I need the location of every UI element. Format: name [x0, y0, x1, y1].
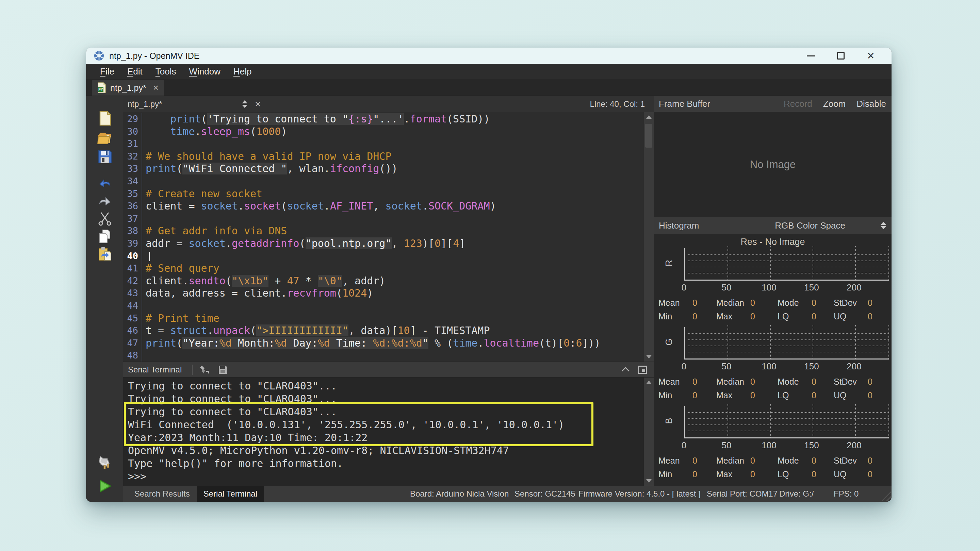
line-number[interactable]: 30 [123, 125, 142, 138]
code-line-42: 42client.sendto("\x1b" + 47 * "\0", addr… [123, 275, 654, 287]
connect-button[interactable] [97, 454, 113, 470]
cut-button[interactable] [97, 210, 113, 227]
line-number[interactable]: 48 [123, 349, 142, 362]
line-number[interactable]: 39 [123, 237, 142, 250]
tab-close-icon[interactable]: × [153, 82, 159, 93]
line-number[interactable]: 47 [123, 337, 142, 349]
menu-edit[interactable]: Edit [121, 65, 148, 78]
terminal-scrollbar[interactable] [644, 378, 654, 486]
clear-terminal-icon[interactable] [199, 365, 210, 375]
code-editor[interactable]: 29 print('Trying to connect to "{:s}"...… [123, 112, 654, 362]
document-selector-bar: ntp_1.py* × Line: 40, Col: 1 [123, 96, 654, 112]
stat-min: Min0 [659, 469, 697, 479]
save-file-button[interactable] [97, 149, 113, 165]
openmv-ide-window: ntp_1.py - OpenMV IDE × FileEditToolsWin… [86, 48, 891, 502]
stat-min: Min0 [659, 391, 697, 400]
start-button[interactable] [97, 478, 113, 494]
code-line-39: 39addr = socket.getaddrinfo("pool.ntp.or… [123, 237, 654, 250]
histogram-title: Histogram [659, 221, 699, 231]
frame-buffer-panel: Frame Buffer RecordZoomDisable No Image … [654, 96, 891, 486]
resize-grip[interactable] [881, 491, 891, 501]
line-number[interactable]: 43 [123, 287, 142, 300]
line-number[interactable]: 44 [123, 300, 142, 312]
zoom-button[interactable]: Zoom [823, 98, 846, 109]
line-number[interactable]: 33 [123, 163, 142, 175]
line-number[interactable]: 40 [123, 250, 142, 263]
scrollbar-thumb[interactable] [645, 124, 652, 148]
stat-median: Median0 [716, 456, 755, 465]
x-tick-label: 200 [844, 361, 864, 372]
maximize-button[interactable] [834, 49, 848, 63]
resolution-label: Res - No Image [654, 237, 891, 247]
maximize-icon [837, 52, 845, 60]
document-close-icon[interactable]: × [255, 98, 261, 110]
open-file-button[interactable] [97, 130, 113, 146]
line-number[interactable]: 35 [123, 188, 142, 200]
line-number[interactable]: 34 [123, 175, 142, 188]
status-tab-search-results[interactable]: Search Results [127, 486, 197, 502]
document-spinner-icon[interactable] [242, 100, 247, 108]
titlebar[interactable]: ntp_1.py - OpenMV IDE × [86, 48, 891, 64]
close-button[interactable]: × [864, 49, 878, 63]
save-terminal-icon[interactable] [218, 365, 228, 375]
line-number[interactable]: 42 [123, 275, 142, 287]
line-number[interactable]: 45 [123, 312, 142, 325]
status-info-5: FPS: 0 [834, 486, 859, 502]
x-tick-label: 0 [674, 440, 694, 451]
detach-terminal-icon[interactable] [638, 366, 647, 374]
line-number[interactable]: 37 [123, 213, 142, 225]
line-number[interactable]: 29 [123, 113, 142, 125]
line-number[interactable]: 31 [123, 138, 142, 150]
stat-stdev: StDev0 [834, 377, 872, 387]
menu-tools[interactable]: Tools [150, 65, 182, 78]
document-selector[interactable]: ntp_1.py* [127, 99, 242, 109]
colorspace-spinner-icon[interactable] [881, 222, 886, 229]
status-info-0: Board: Arduino Nicla Vision [410, 486, 509, 502]
undo-button[interactable] [97, 174, 113, 191]
new-file-button[interactable] [97, 110, 113, 127]
stat-lq: LQ0 [778, 311, 816, 321]
scroll-down-icon[interactable] [646, 355, 652, 359]
menu-help[interactable]: Help [228, 65, 257, 78]
serial-terminal-header: Serial Terminal [123, 362, 654, 378]
histogram-chart [684, 406, 889, 438]
redo-button[interactable] [97, 192, 113, 208]
stat-median: Median0 [716, 298, 755, 308]
stat-median: Median0 [716, 377, 755, 387]
tab-ntp1[interactable]: PY ntp_1.py* × [92, 80, 164, 95]
editor-scrollbar[interactable] [644, 112, 654, 362]
scroll-down-icon[interactable] [646, 479, 652, 483]
line-number[interactable]: 41 [123, 262, 142, 275]
line-number[interactable]: 36 [123, 200, 142, 213]
stat-lq: LQ0 [778, 469, 816, 479]
paste-button[interactable] [97, 246, 113, 262]
line-number[interactable]: 46 [123, 324, 142, 337]
channel-axis-label: B [664, 414, 675, 428]
scroll-up-icon[interactable] [646, 381, 652, 384]
x-tick-label: 150 [801, 361, 822, 372]
status-info-3: Serial Port: COM17 [707, 486, 778, 502]
menu-window[interactable]: Window [183, 65, 226, 78]
line-number[interactable]: 32 [123, 150, 142, 163]
line-number[interactable]: 38 [123, 225, 142, 237]
scroll-up-icon[interactable] [646, 115, 652, 119]
serial-terminal-output[interactable]: Trying to connect to "CLARO403"...Trying… [123, 378, 654, 486]
window-title: ntp_1.py - OpenMV IDE [109, 51, 199, 61]
status-info-1: Sensor: GC2145 [514, 486, 576, 502]
status-tab-serial-terminal[interactable]: Serial Terminal [197, 486, 264, 502]
openmv-logo-icon [94, 50, 105, 61]
x-tick-label: 100 [759, 440, 779, 451]
menu-file[interactable]: File [94, 65, 120, 78]
open-file-icon [97, 130, 113, 146]
menu-bar: FileEditToolsWindowHelp [86, 64, 891, 79]
cut-icon [97, 211, 113, 226]
disable-button[interactable]: Disable [856, 98, 886, 109]
collapse-terminal-icon[interactable] [622, 367, 630, 375]
start-icon [97, 478, 113, 494]
stat-uq: UQ0 [834, 311, 872, 321]
copy-button[interactable] [97, 228, 113, 245]
code-line-41: 41# Send query [123, 262, 654, 275]
colorspace-select[interactable]: RGB Color Space [775, 221, 845, 231]
code-line-29: 29 print('Trying to connect to "{:s}"...… [123, 113, 654, 125]
minimize-button[interactable] [804, 49, 818, 63]
